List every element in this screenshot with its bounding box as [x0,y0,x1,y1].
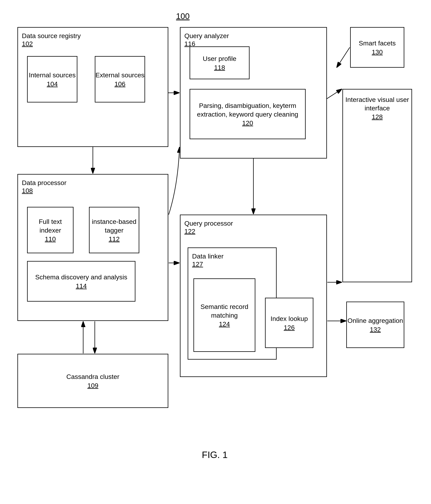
internal-sources-box: Internal sources 104 [27,56,77,102]
full-text-indexer-number: 110 [45,235,56,243]
parsing-disambiguation-box: Parsing, disambiguation, keyterm extract… [190,89,306,139]
data-source-registry-number: 102 [22,40,33,47]
cassandra-cluster-label: Cassandra cluster [66,372,119,381]
top-label: 100 [176,12,190,21]
index-lookup-number: 126 [284,324,295,331]
diagram-container: 100 [12,12,418,476]
external-sources-number: 106 [115,80,126,88]
online-aggregation-number: 132 [370,326,381,333]
instance-tagger-box: instance-based tagger 112 [89,207,139,253]
cassandra-cluster-box: Cassandra cluster 109 [18,354,168,408]
parsing-disambiguation-label: Parsing, disambiguation, keyterm extract… [190,101,305,118]
fig-label: FIG. 1 [202,450,228,460]
schema-discovery-label: Schema discovery and analysis [35,273,127,281]
query-processor-label: Query processor [184,220,233,227]
interactive-visual-box: Interactive visual user interface 128 [342,89,412,282]
smart-facets-number: 130 [372,48,383,56]
semantic-record-box: Semantic record matching 124 [193,278,255,352]
data-linker-number: 127 [192,261,203,268]
user-profile-number: 118 [214,64,225,71]
data-source-registry-label: Data source registry [22,32,81,39]
index-lookup-label: Index lookup [271,314,308,323]
query-processor-number: 122 [184,227,195,235]
user-profile-box: User profile 118 [190,46,249,79]
data-linker-label: Data linker [192,252,224,260]
interactive-visual-label: Interactive visual user interface [343,95,412,112]
smart-facets-label: Smart facets [359,39,396,47]
schema-discovery-number: 114 [76,282,87,290]
data-processor-label: Data processor [22,179,66,186]
parsing-disambiguation-number: 120 [242,119,253,127]
instance-tagger-label: instance-based tagger [90,217,139,234]
index-lookup-box: Index lookup 126 [265,298,313,348]
svg-line-7 [337,47,350,68]
internal-sources-label: Internal sources [29,71,76,79]
external-sources-box: External sources 106 [95,56,145,102]
full-text-indexer-label: Full text indexer [28,217,73,234]
instance-tagger-number: 112 [109,235,120,243]
full-text-indexer-box: Full text indexer 110 [27,207,73,253]
interactive-visual-number: 128 [372,113,383,121]
smart-facets-box: Smart facets 130 [350,27,404,68]
cassandra-cluster-number: 109 [87,382,99,389]
semantic-record-label: Semantic record matching [194,302,255,319]
user-profile-label: User profile [203,54,236,63]
semantic-record-number: 124 [219,320,230,328]
schema-discovery-box: Schema discovery and analysis 114 [27,261,135,302]
query-analyzer-label: Query analyzer [184,32,229,39]
external-sources-label: External sources [95,71,144,79]
online-aggregation-box: Online aggregation 132 [346,302,404,348]
internal-sources-number: 104 [47,80,58,88]
data-processor-number: 108 [22,187,33,194]
online-aggregation-label: Online aggregation [348,316,403,325]
